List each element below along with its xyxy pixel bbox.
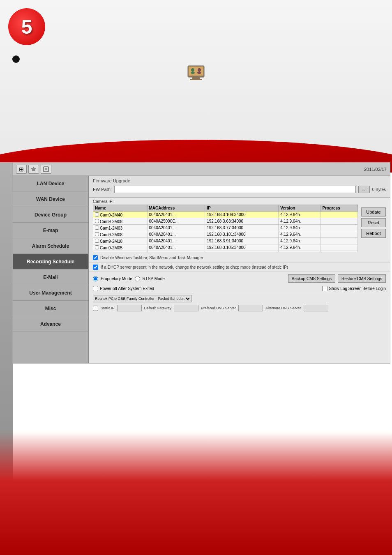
backup-cms-button[interactable]: Backup CMS Settings [288,274,335,283]
sidebar-item-wan-device[interactable]: WAN Device [13,191,88,207]
preferred-dns-label: Prefered DNS Server [201,306,236,310]
power-off-label: Power off After System Exited [100,286,154,291]
nic-row: Realtek PCIe GBE Family Controller - Pac… [89,293,390,304]
table-cell [321,212,358,218]
svg-rect-1 [189,67,203,76]
reset-button[interactable]: Reset [361,218,386,227]
default-gateway-label: Default Gateway [144,306,172,310]
fw-size-label: 0 Bytes [372,187,386,192]
col-header-version: Version [279,205,321,212]
alternate-dns-input[interactable] [304,305,328,311]
table-cell: 192.168.3.105:34000 [205,244,279,251]
reboot-button[interactable]: Reboot [361,229,386,238]
table-row[interactable]: Cam9-2M050040A20401...192.168.3.105:3400… [93,244,358,251]
nic-select[interactable]: Realtek PCIe GBE Family Controller - Pac… [93,295,191,302]
fw-path-input[interactable] [114,186,356,193]
table-cell: 4.12.9.64h. [279,251,321,252]
table-cell: 0040A20401... [147,238,205,244]
table-cell: 192.168.3.91:34000 [205,238,279,244]
camera-table-section: Camera IP: Name MACAddress IP Version Pr… [89,198,390,253]
table-cell: 4.12.9.64h. [279,238,321,244]
toolbar-btn-2[interactable] [28,165,39,174]
table-row[interactable]: Cam9-2M080040A20401...192.168.3.101:3400… [93,231,358,238]
sidebar-item-advance[interactable]: Advance [13,316,88,332]
table-cell: 4.12.9.64h. [279,212,321,218]
rtsp-mode-radio[interactable] [135,276,140,281]
table-cell: 4.12.9.64h. [279,231,321,238]
table-row[interactable]: Cam9-2M080040A25000C...192.168.3.63:3400… [93,218,358,225]
mode-section: Proprietary Mode RTSP Mode [93,276,165,281]
sidebar-item-misc[interactable]: Misc [13,301,88,316]
dhcp-checkbox[interactable] [93,265,98,270]
disable-taskbar-checkbox[interactable] [93,255,98,260]
restore-cms-button[interactable]: Restore CMS Settings [338,274,386,283]
table-cell: 0040A20401... [147,231,205,238]
proprietary-mode-label: Proprietary Mode [101,276,132,281]
preferred-dns-input[interactable] [238,305,263,311]
static-ip-label: Static IP [101,306,115,310]
sidebar-item-e-map[interactable]: E-map [13,223,88,238]
table-cell: Cam9-2M08 [93,231,148,238]
table-cell [321,231,358,238]
table-cell: 4.12.9.64h. [279,244,321,251]
table-cell: Cam1-2M03 [93,225,148,231]
alternate-dns-label: Alternate DNS Server [265,306,301,310]
col-header-ip: IP [205,205,279,212]
camera-ip-label: Camera IP: [93,199,114,204]
page-icon [184,64,208,84]
table-cell: 0040A20401... [147,251,205,252]
table-row[interactable]: Cam9-2M180040A20401...192.168.3.91:34000… [93,238,358,244]
login-section: Show Log Screen Before Login [322,286,386,291]
table-cell: Cam9-2M08 [93,218,148,225]
camera-table-scroll[interactable]: Name MACAddress IP Version Progress Cam9… [93,205,358,252]
table-cell: 4.12.9.64h. [279,225,321,231]
rtsp-mode-label: RTSP Mode [143,276,165,281]
sidebar-item-lan-device[interactable]: LAN Device [13,176,88,191]
firmware-title: Firmware Upgrade [93,178,386,183]
table-cell: 192.168.3.63:34000 [205,218,279,225]
toolbar-btn-1[interactable]: ⊞ [16,165,27,174]
disable-taskbar-row: Disable Windows Taskbar, StartMenu and T… [89,253,390,262]
mode-backup-row: Proprietary Mode RTSP Mode Backup CMS Se… [89,273,390,284]
sidebar-item-recording-schedule[interactable]: Recording Schedule [13,254,88,269]
table-row[interactable]: Cam1-2M030040A20401...192.168.3.77:34000… [93,225,358,231]
red-bottom-decoration [0,350,392,555]
sidebar-item-e-mail[interactable]: E-Mail [13,269,88,285]
camera-actions: Update Reset Reboot [361,199,386,252]
toolbar-btn-3[interactable] [41,165,51,174]
disable-taskbar-label: Disable Windows Taskbar, StartMenu and T… [100,256,203,260]
table-cell: 0040A25000C... [147,218,205,225]
table-cell: 0040A20401... [147,225,205,231]
update-button[interactable]: Update [361,207,386,216]
default-gateway-input[interactable] [174,305,198,311]
static-ip-checkbox[interactable] [93,306,98,311]
table-cell: Cam9-2M40 [93,212,148,218]
fw-path-label: FW Path: [93,187,112,192]
bullet-dot [12,55,20,63]
table-row[interactable]: Cam9-2M130040A20401...192.168.3.88:34000… [93,251,358,252]
static-ip-input[interactable] [117,305,142,311]
svg-point-6 [198,68,201,71]
table-cell: 0040A20401... [147,212,205,218]
table-cell [321,238,358,244]
app-window: ⊞ 2011/02/17 LAN Device WAN Device Devic… [12,162,390,364]
svg-rect-3 [190,79,202,80]
table-cell [321,244,358,251]
col-header-mac: MACAddress [147,205,205,212]
show-login-checkbox[interactable] [322,286,327,291]
main-content: Firmware Upgrade FW Path: ... 0 Bytes Ca… [89,176,390,363]
sidebar-item-alarm-schedule[interactable]: Alarm Schedule [13,238,88,254]
camera-table: Name MACAddress IP Version Progress Cam9… [93,205,358,252]
table-row[interactable]: Cam9-2M400040A20401...192.168.3.109:3400… [93,212,358,218]
proprietary-mode-radio[interactable] [93,276,98,281]
sidebar-item-user-management[interactable]: User Management [13,285,88,301]
fw-browse-button[interactable]: ... [358,186,370,193]
table-cell: 192.168.3.101:34000 [205,231,279,238]
static-ip-row: Static IP Default Gateway Prefered DNS S… [89,304,390,312]
sidebar-item-device-group[interactable]: Device Group [13,207,88,223]
svg-point-5 [191,71,195,74]
col-header-name: Name [93,205,148,212]
toolbar: ⊞ 2011/02/17 [13,163,390,176]
svg-point-4 [191,68,194,71]
power-off-checkbox[interactable] [93,286,98,291]
